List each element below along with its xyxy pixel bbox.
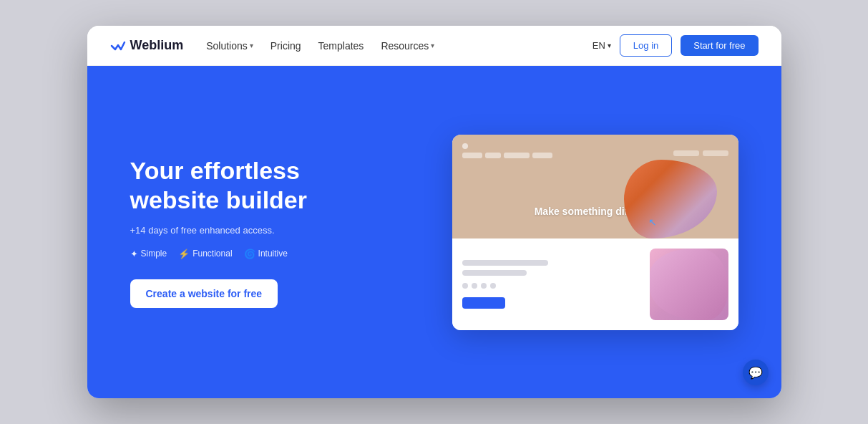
chevron-down-icon-3: ▾ xyxy=(608,42,611,49)
hero-preview: Make something different ↖ xyxy=(388,135,738,330)
bar-right-1 xyxy=(673,150,699,156)
chat-icon: 💬 xyxy=(748,366,763,380)
preview-blob-bottom xyxy=(650,249,728,320)
nav-resources-label: Resources xyxy=(381,40,429,52)
hero-features: ✦ Simple ⚡ Functional 🌀 Intuitive xyxy=(130,249,388,259)
skeleton-line-2 xyxy=(462,270,527,276)
nav-links: Solutions ▾ Pricing Templates Resources … xyxy=(206,40,593,52)
nav-resources[interactable]: Resources ▾ xyxy=(381,40,434,52)
chevron-down-icon: ▾ xyxy=(250,42,253,49)
feature-intuitive-label: Intuitive xyxy=(258,249,288,259)
nav-right: EN ▾ Log in Start for free xyxy=(593,34,759,57)
simple-icon: ✦ xyxy=(130,249,138,259)
functional-icon: ⚡ xyxy=(178,249,190,259)
skeleton-dot-2 xyxy=(472,283,477,289)
nav-pricing[interactable]: Pricing xyxy=(270,40,301,52)
preview-controls xyxy=(462,143,552,149)
feature-functional-label: Functional xyxy=(192,249,232,259)
bar-2 xyxy=(485,153,501,158)
preview-bottom-left xyxy=(462,249,641,320)
logo[interactable]: Weblium xyxy=(110,38,184,53)
browser-window: Weblium Solutions ▾ Pricing Templates Re… xyxy=(87,26,781,398)
brand-name: Weblium xyxy=(130,38,184,53)
feature-simple: ✦ Simple xyxy=(130,249,167,259)
hero-title: Your effortless website builder xyxy=(130,156,388,215)
nav-solutions[interactable]: Solutions ▾ xyxy=(206,40,253,52)
skeleton-button xyxy=(462,297,505,309)
language-selector[interactable]: EN ▾ xyxy=(593,40,611,51)
create-website-button[interactable]: Create a website for free xyxy=(130,279,278,308)
preview-blob-top xyxy=(624,160,717,238)
skeleton-dot-3 xyxy=(481,283,487,289)
hero-subtitle: +14 days of free enhanced access. xyxy=(130,225,388,236)
login-button[interactable]: Log in xyxy=(620,34,672,57)
cursor-icon: ↖ xyxy=(648,216,660,228)
nav-pricing-label: Pricing xyxy=(270,40,301,52)
bar-3 xyxy=(504,153,530,158)
skeleton-dot-4 xyxy=(490,283,496,289)
weblium-logo-icon xyxy=(110,39,126,52)
preview-bottom xyxy=(452,238,738,330)
bar-right-2 xyxy=(703,150,728,156)
chevron-down-icon-2: ▾ xyxy=(431,42,434,49)
bar-1 xyxy=(462,153,482,158)
start-free-button[interactable]: Start for free xyxy=(681,35,758,56)
feature-intuitive: 🌀 Intuitive xyxy=(244,249,288,259)
blob-shape-bottom xyxy=(650,249,728,320)
nav-templates[interactable]: Templates xyxy=(318,40,364,52)
chat-bubble-button[interactable]: 💬 xyxy=(743,360,769,385)
bar-4 xyxy=(532,153,552,158)
preview-card: Make something different ↖ xyxy=(452,135,738,330)
navbar: Weblium Solutions ▾ Pricing Templates Re… xyxy=(87,26,781,66)
skeleton-dot-1 xyxy=(462,283,468,289)
preview-bars xyxy=(462,153,552,158)
feature-functional: ⚡ Functional xyxy=(178,249,232,259)
blob-shape-top xyxy=(624,160,717,238)
skeleton-line-1 xyxy=(462,260,548,266)
lang-label: EN xyxy=(593,40,605,51)
hero-section: Your effortless website builder +14 days… xyxy=(87,66,781,398)
nav-solutions-label: Solutions xyxy=(206,40,248,52)
preview-top: Make something different ↖ xyxy=(452,135,738,238)
hero-content: Your effortless website builder +14 days… xyxy=(130,156,388,308)
nav-templates-label: Templates xyxy=(318,40,364,52)
skeleton-dots xyxy=(462,283,641,289)
feature-simple-label: Simple xyxy=(141,249,167,259)
dot-1 xyxy=(462,143,468,149)
intuitive-icon: 🌀 xyxy=(244,249,255,259)
